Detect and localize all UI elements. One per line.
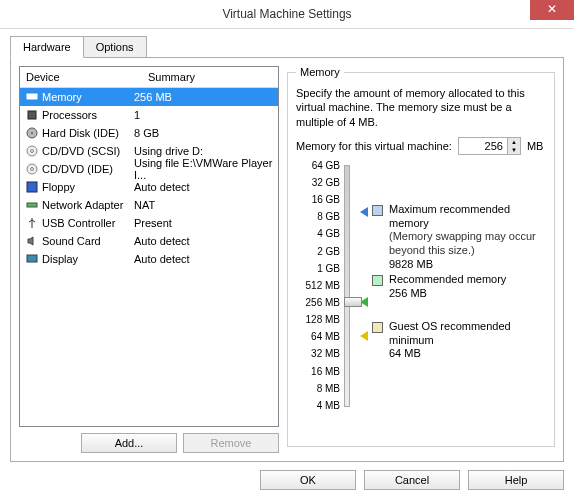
add-button[interactable]: Add... <box>81 433 177 453</box>
table-row[interactable]: Hard Disk (IDE)8 GB <box>20 124 278 142</box>
vm-settings-window: Virtual Machine Settings ✕ Hardware Opti… <box>0 0 574 500</box>
memory-unit: MB <box>527 140 544 152</box>
memory-slider-chart: 64 GB32 GB16 GB8 GB4 GB2 GB1 GB512 MB256… <box>296 165 546 425</box>
table-row[interactable]: DisplayAuto detect <box>20 250 278 268</box>
memory-group: Memory Specify the amount of memory allo… <box>287 66 555 447</box>
slider-thumb[interactable] <box>344 297 362 307</box>
cpu-icon <box>24 109 40 121</box>
device-name: Network Adapter <box>42 199 134 211</box>
slider-tick: 32 GB <box>312 177 340 188</box>
memory-description: Specify the amount of memory allocated t… <box>296 86 546 129</box>
floppy-icon <box>24 181 40 193</box>
device-summary: Auto detect <box>134 235 274 247</box>
memory-label: Memory for this virtual machine: <box>296 140 452 152</box>
slider-tick: 16 GB <box>312 194 340 205</box>
device-name: Sound Card <box>42 235 134 247</box>
memory-legend: Memory <box>296 66 344 78</box>
table-row[interactable]: CD/DVD (IDE)Using file E:\VMWare Player … <box>20 160 278 178</box>
device-summary: Using drive D: <box>134 145 274 157</box>
svg-rect-10 <box>27 255 37 262</box>
device-summary: Using file E:\VMWare Player I... <box>134 157 274 181</box>
annot-recommended: Recommended memory 256 MB <box>372 273 506 301</box>
device-summary: Auto detect <box>134 253 274 265</box>
window-title: Virtual Machine Settings <box>222 7 351 21</box>
table-row[interactable]: Sound CardAuto detect <box>20 232 278 250</box>
device-name: Hard Disk (IDE) <box>42 127 134 139</box>
device-summary: Auto detect <box>134 181 274 193</box>
device-name: Display <box>42 253 134 265</box>
annot-guest-min: Guest OS recommended minimum 64 MB <box>372 320 546 361</box>
svg-rect-1 <box>28 111 36 119</box>
slider-tick: 32 MB <box>311 348 340 359</box>
tab-hardware[interactable]: Hardware <box>10 36 84 58</box>
device-name: CD/DVD (SCSI) <box>42 145 134 157</box>
device-name: Memory <box>42 91 134 103</box>
annot-max-recommended: Maximum recommended memory (Memory swapp… <box>372 203 546 272</box>
cancel-button[interactable]: Cancel <box>364 470 460 490</box>
slider-tick: 512 MB <box>306 279 340 290</box>
svg-point-6 <box>27 164 37 174</box>
device-name: CD/DVD (IDE) <box>42 163 134 175</box>
sound-icon <box>24 235 40 247</box>
slider-tick: 16 MB <box>311 365 340 376</box>
col-device[interactable]: Device <box>20 67 142 87</box>
device-summary: Present <box>134 217 274 229</box>
svg-point-3 <box>31 132 33 134</box>
remove-button: Remove <box>183 433 279 453</box>
ok-button[interactable]: OK <box>260 470 356 490</box>
table-row[interactable]: Memory256 MB <box>20 88 278 106</box>
table-row[interactable]: FloppyAuto detect <box>20 178 278 196</box>
slider-tick: 256 MB <box>306 297 340 308</box>
device-name: USB Controller <box>42 217 134 229</box>
svg-point-4 <box>27 146 37 156</box>
memory-input[interactable] <box>459 138 507 154</box>
device-table: Device Summary Memory256 MBProcessors1Ha… <box>19 66 279 427</box>
spin-down-icon[interactable]: ▼ <box>508 146 520 154</box>
slider-tick: 128 MB <box>306 314 340 325</box>
slider-tick: 1 GB <box>317 262 340 273</box>
square-yellow-icon <box>372 322 383 333</box>
cd-icon <box>24 163 40 175</box>
net-icon <box>24 199 40 211</box>
memory-spinbox[interactable]: ▲ ▼ <box>458 137 521 155</box>
slider-tick: 64 GB <box>312 159 340 170</box>
usb-icon <box>24 217 40 229</box>
table-row[interactable]: Network AdapterNAT <box>20 196 278 214</box>
col-summary[interactable]: Summary <box>142 67 278 87</box>
tab-options[interactable]: Options <box>83 36 147 58</box>
slider-tick: 2 GB <box>317 245 340 256</box>
square-blue-icon <box>372 205 383 216</box>
device-summary: 256 MB <box>134 91 274 103</box>
help-button[interactable]: Help <box>468 470 564 490</box>
device-summary: 1 <box>134 109 274 121</box>
square-green-icon <box>372 275 383 286</box>
titlebar: Virtual Machine Settings ✕ <box>0 0 574 29</box>
device-name: Processors <box>42 109 134 121</box>
table-header: Device Summary <box>20 67 278 88</box>
table-row[interactable]: USB ControllerPresent <box>20 214 278 232</box>
svg-rect-0 <box>27 94 37 99</box>
slider-tick: 4 GB <box>317 228 340 239</box>
device-summary: NAT <box>134 199 274 211</box>
device-name: Floppy <box>42 181 134 193</box>
svg-rect-9 <box>27 203 37 207</box>
svg-rect-8 <box>27 182 37 192</box>
tab-strip: Hardware Options <box>10 35 564 57</box>
cd-icon <box>24 145 40 157</box>
close-button[interactable]: ✕ <box>530 0 574 20</box>
slider-tick: 64 MB <box>311 331 340 342</box>
table-row[interactable]: Processors1 <box>20 106 278 124</box>
slider-tick: 8 MB <box>317 382 340 393</box>
spin-up-icon[interactable]: ▲ <box>508 138 520 146</box>
slider-tick: 8 GB <box>317 211 340 222</box>
hdd-icon <box>24 127 40 139</box>
memory-icon <box>24 91 40 103</box>
device-summary: 8 GB <box>134 127 274 139</box>
slider-tick: 4 MB <box>317 399 340 410</box>
display-icon <box>24 253 40 265</box>
